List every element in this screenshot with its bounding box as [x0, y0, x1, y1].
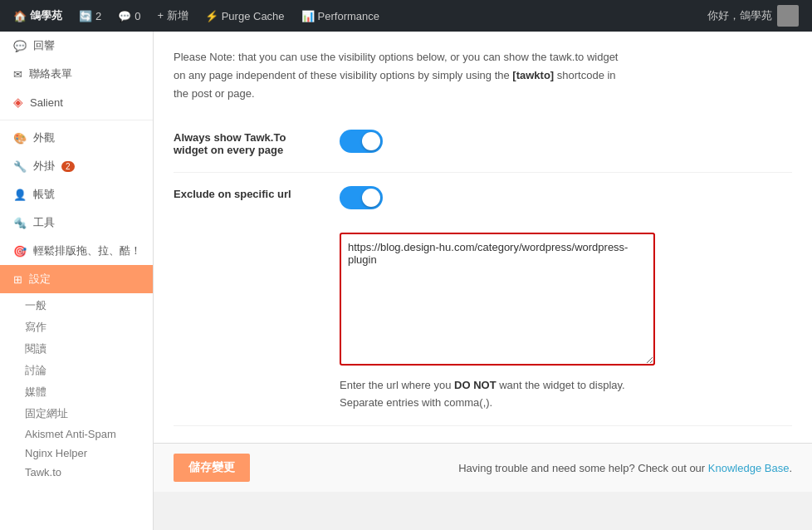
sidebar-item-sheding[interactable]: ⊞ 設定: [0, 265, 153, 293]
sidebar-item-qingqie[interactable]: 🎯 輕鬆排版拖、拉、酷！: [0, 237, 153, 265]
new-button[interactable]: + 新增: [150, 0, 194, 32]
gongju-label: 工具: [33, 215, 55, 230]
helper-text: Enter the url where you DO NOT want the …: [340, 377, 792, 412]
updates-count: 2: [95, 10, 101, 22]
sheding-label: 設定: [29, 272, 51, 287]
always-show-value: [340, 130, 792, 159]
sidebar-item-huijia[interactable]: 💬 回響: [0, 32, 153, 60]
sidebar-item-zhanghu[interactable]: 👤 帳號: [0, 180, 153, 209]
helper-text-before: Enter the url where you: [340, 379, 454, 391]
comments-count: 0: [135, 10, 140, 22]
salient-label: Salient: [30, 96, 63, 109]
home-button[interactable]: 🏠 鴿學苑: [7, 0, 69, 32]
plugin-badge: 2: [61, 161, 75, 172]
always-show-row: Always show Tawk.To widget on every page: [174, 116, 792, 173]
sidebar-section-nginx[interactable]: Nginx Helper: [0, 442, 153, 461]
performance-button[interactable]: 📊 Performance: [295, 0, 386, 32]
knowledge-base-link[interactable]: Knowledge Base: [708, 462, 790, 474]
exclude-toggle-thumb: [362, 189, 380, 207]
comments-icon: 💬: [118, 10, 131, 22]
exclude-url-toggle[interactable]: [340, 186, 383, 209]
sidebar-section-yuedu[interactable]: 閱讀: [0, 336, 153, 358]
help-text-after: .: [789, 462, 792, 474]
footer-help-text: Having trouble and need some help? Check…: [458, 462, 792, 474]
sidebar-section-xiezuo[interactable]: 寫作: [0, 315, 153, 336]
qingqie-icon: 🎯: [13, 245, 27, 258]
content-area: Please Note: that you can use the visibi…: [154, 32, 812, 530]
meiti-label: 媒體: [25, 385, 46, 398]
new-label: + 新增: [157, 8, 188, 23]
updates-button[interactable]: 🔄 2: [72, 0, 108, 32]
url-textarea[interactable]: https://blog.design-hu.com/category/word…: [340, 233, 655, 366]
notice-line3: the post or page.: [174, 87, 255, 100]
home-icon: 🏠: [13, 10, 27, 22]
lianxi-icon: ✉: [13, 68, 22, 81]
notice-text: Please Note: that you can use the visibi…: [174, 48, 792, 103]
user-greeting: 你好，鴿學苑: [707, 8, 772, 23]
tawkto-label: Tawk.to: [25, 466, 61, 478]
top-bar: 🏠 鴿學苑 🔄 2 💬 0 + 新增 ⚡ Purge Cache 📊 Perfo…: [0, 0, 812, 32]
performance-icon: 📊: [301, 10, 315, 22]
sidebar-item-lianxi[interactable]: ✉ 聯絡表單: [0, 60, 153, 88]
nginx-label: Nginx Helper: [25, 447, 87, 459]
sidebar-section-yiban[interactable]: 一般: [0, 293, 153, 315]
save-label: 儲存變更: [188, 460, 235, 474]
zhanghu-icon: 👤: [13, 189, 27, 201]
help-text-before: Having trouble and need some help? Check…: [458, 462, 708, 474]
sidebar-section-gudinwangzhi[interactable]: 固定網址: [0, 401, 153, 423]
site-name: 鴿學苑: [30, 8, 62, 23]
lianxi-label: 聯絡表單: [29, 66, 72, 81]
huijia-label: 回響: [33, 38, 55, 53]
footer-bar: 儲存變更 Having trouble and need some help? …: [154, 443, 812, 492]
sidebar-section-akismet[interactable]: Akismet Anti-Spam: [0, 423, 153, 442]
save-button[interactable]: 儲存變更: [174, 454, 250, 482]
updates-icon: 🔄: [79, 10, 92, 22]
helper-text-after: want the widget to display.: [496, 379, 625, 391]
waiguan-icon: 🎨: [13, 132, 27, 145]
notice-line2: on any page independent of these visibil…: [174, 69, 616, 81]
content-inner: Please Note: that you can use the visibi…: [154, 32, 812, 443]
performance-label: Performance: [318, 10, 379, 22]
comments-button[interactable]: 💬 0: [111, 0, 147, 32]
akismet-label: Akismet Anti-Spam: [25, 428, 116, 440]
sidebar-item-waiguan[interactable]: 🎨 外觀: [0, 124, 153, 152]
notice-line1: Please Note: that you can use the visibi…: [174, 51, 618, 63]
sheding-icon: ⊞: [13, 273, 22, 286]
huijia-icon: 💬: [13, 40, 27, 52]
purge-icon: ⚡: [205, 10, 218, 22]
exclude-url-row: Exclude on specific url https://blog.des…: [174, 173, 792, 426]
yiban-label: 一般: [25, 299, 46, 312]
zhanghu-label: 帳號: [33, 187, 55, 202]
sidebar-item-gongju[interactable]: 🔩 工具: [0, 209, 153, 237]
exclude-url-value: https://blog.design-hu.com/category/word…: [340, 186, 792, 412]
purge-label: Purge Cache: [222, 10, 285, 22]
user-area: 你好，鴿學苑: [707, 5, 805, 27]
sidebar-section-meiti[interactable]: 媒體: [0, 380, 153, 401]
waigua2-label: 外掛: [33, 159, 55, 174]
xiezuo-label: 寫作: [25, 321, 46, 333]
knowledge-base-label: Knowledge Base: [708, 462, 790, 474]
waigua2-icon: 🔧: [13, 160, 27, 173]
qingqie-label: 輕鬆排版拖、拉、酷！: [33, 243, 141, 258]
sidebar-section-taolun[interactable]: 討論: [0, 358, 153, 380]
main-layout: 💬 回響 ✉ 聯絡表單 ◈ Salient 🎨 外觀 🔧 外掛 2 👤 帳號 🔩…: [0, 32, 812, 530]
sidebar-section-tawkto[interactable]: Tawk.to: [0, 461, 153, 480]
purge-cache-button[interactable]: ⚡ Purge Cache: [198, 0, 291, 32]
avatar[interactable]: [777, 5, 799, 27]
helper-text-strong: DO NOT: [454, 379, 496, 391]
always-show-toggle[interactable]: [340, 130, 383, 153]
sidebar-item-salient[interactable]: ◈ Salient: [0, 88, 153, 116]
gongju-icon: 🔩: [13, 217, 27, 229]
taolun-label: 討論: [25, 364, 46, 376]
salient-icon: ◈: [13, 95, 23, 110]
always-show-label: Always show Tawk.To widget on every page: [174, 130, 340, 156]
waiguan-label: 外觀: [33, 130, 55, 145]
yuedu-label: 閱讀: [25, 342, 46, 355]
gudinwangzhi-label: 固定網址: [25, 407, 68, 420]
sidebar-item-waigua2[interactable]: 🔧 外掛 2: [0, 152, 153, 180]
divider1: [0, 120, 153, 120]
exclude-url-label: Exclude on specific url: [174, 186, 340, 200]
helper-text-separate: Separate entries with comma(,).: [340, 396, 492, 409]
sidebar: 💬 回響 ✉ 聯絡表單 ◈ Salient 🎨 外觀 🔧 外掛 2 👤 帳號 🔩…: [0, 32, 154, 530]
